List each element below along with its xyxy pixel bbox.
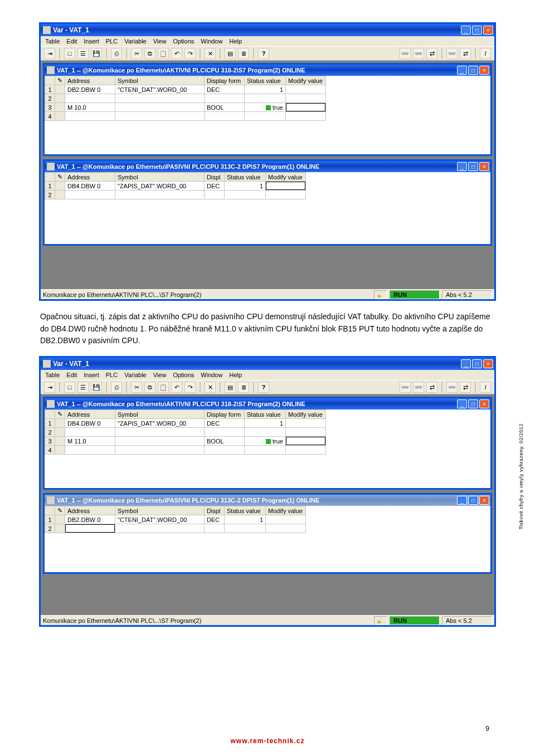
menu-options[interactable]: Options: [173, 38, 194, 45]
menu-view[interactable]: View: [153, 372, 167, 378]
child-title-text: VAT_1 -- @Komunikace po Ethernetu\AKTIVN…: [57, 401, 457, 407]
menu-window[interactable]: Window: [201, 372, 222, 378]
modify1-icon[interactable]: ⇄: [426, 382, 437, 393]
child-close-button[interactable]: ×: [479, 496, 489, 505]
open-icon[interactable]: ☰: [77, 382, 89, 393]
menu-help[interactable]: Help: [229, 38, 242, 45]
child-title-text: VAT_1 -- @Komunikace po Ethernetu\PASIVN…: [57, 163, 457, 170]
italic-icon[interactable]: I: [480, 382, 491, 393]
save-icon[interactable]: 💾: [91, 48, 102, 59]
menu-table[interactable]: Table: [45, 372, 60, 378]
monitor3-icon[interactable]: 👓: [446, 48, 458, 59]
help-icon[interactable]: ?: [258, 382, 269, 393]
redo-icon[interactable]: ↷: [184, 48, 196, 59]
menu-variable[interactable]: Variable: [124, 372, 147, 378]
monitor1-icon[interactable]: 👓: [400, 48, 411, 59]
vat-table-aktivni[interactable]: ✎ Address Symbol Display form Status val…: [45, 409, 326, 455]
child-close-button[interactable]: ×: [479, 162, 489, 171]
footer-link[interactable]: www.rem-technik.cz: [231, 737, 305, 745]
active-cell[interactable]: [65, 524, 115, 533]
menu-view[interactable]: View: [153, 38, 167, 45]
menu-variable[interactable]: Variable: [124, 38, 147, 45]
menu-insert[interactable]: Insert: [84, 38, 99, 45]
vat-table-pasivni[interactable]: ✎ Address Symbol Displ Status value Modi…: [45, 172, 306, 199]
col-symbol[interactable]: Symbol: [115, 76, 205, 85]
print-icon[interactable]: ⎙: [111, 382, 122, 393]
delete-icon[interactable]: ✕: [205, 48, 216, 59]
new-icon[interactable]: □: [64, 48, 75, 59]
child-minimize-button[interactable]: _: [457, 162, 467, 171]
monitor2-icon[interactable]: 👓: [413, 48, 424, 59]
child-maximize-button[interactable]: □: [468, 66, 478, 75]
toprow-icon[interactable]: ▤: [225, 48, 236, 59]
monitor3-icon[interactable]: 👓: [446, 382, 458, 393]
maximize-button[interactable]: □: [472, 359, 482, 368]
close-button[interactable]: ×: [483, 359, 493, 368]
insrow-icon[interactable]: ≣: [238, 48, 249, 59]
titlebar[interactable]: Var - VAT_1 _ □ ×: [41, 358, 494, 370]
pin-icon[interactable]: ⇥: [44, 382, 55, 393]
monitor1-icon[interactable]: 👓: [400, 382, 411, 393]
minimize-button[interactable]: _: [461, 359, 471, 368]
italic-icon[interactable]: I: [480, 48, 491, 59]
print-icon[interactable]: ⎙: [111, 48, 122, 59]
minimize-button[interactable]: _: [461, 26, 471, 35]
save-icon[interactable]: 💾: [91, 382, 102, 393]
cut-icon[interactable]: ✂: [131, 48, 142, 59]
child-maximize-button[interactable]: □: [468, 496, 478, 505]
menu-plc[interactable]: PLC: [106, 38, 118, 45]
paste-icon[interactable]: 📋: [158, 48, 169, 59]
undo-icon[interactable]: ↶: [171, 382, 182, 393]
cut-icon[interactable]: ✂: [131, 382, 142, 393]
paste-icon[interactable]: 📋: [158, 382, 169, 393]
menu-edit[interactable]: Edit: [66, 372, 77, 378]
child-titlebar[interactable]: VAT_1 -- @Komunikace po Ethernetu\AKTIVN…: [45, 65, 490, 76]
redo-icon[interactable]: ↷: [184, 382, 196, 393]
child-titlebar[interactable]: VAT_1 -- @Komunikace po Ethernetu\PASIVN…: [45, 161, 490, 172]
active-cell[interactable]: [266, 182, 306, 191]
maximize-button[interactable]: □: [472, 26, 482, 35]
child-titlebar[interactable]: VAT_1 -- @Komunikace po Ethernetu\AKTIVN…: [45, 398, 490, 409]
modify2-icon[interactable]: ⇄: [460, 48, 471, 59]
menu-help[interactable]: Help: [229, 372, 242, 378]
active-cell[interactable]: [286, 437, 326, 446]
col-modify[interactable]: Modify value: [286, 76, 326, 85]
menu-insert[interactable]: Insert: [84, 372, 99, 378]
menu-plc[interactable]: PLC: [106, 372, 118, 378]
toprow-icon[interactable]: ▤: [225, 382, 236, 393]
copy-icon[interactable]: ⧉: [144, 382, 155, 393]
vat-table-aktivni[interactable]: ✎ Address Symbol Display form Status val…: [45, 76, 326, 121]
monitor2-icon[interactable]: 👓: [413, 382, 424, 393]
child-maximize-button[interactable]: □: [468, 399, 478, 408]
child-titlebar-inactive[interactable]: VAT_1 -- @Komunikace po Ethernetu\PASIVN…: [45, 495, 490, 506]
col-status[interactable]: Status value: [245, 76, 286, 85]
menubar: Table Edit Insert PLC Variable View Opti…: [41, 36, 494, 46]
child-close-button[interactable]: ×: [479, 66, 489, 75]
undo-icon[interactable]: ↶: [171, 48, 182, 59]
status-run: RUN: [390, 616, 440, 625]
modify2-icon[interactable]: ⇄: [460, 382, 471, 393]
titlebar[interactable]: Var - VAT_1 _ □ ×: [41, 24, 494, 36]
child-minimize-button[interactable]: _: [457, 66, 467, 75]
col-display[interactable]: Display form: [205, 76, 245, 85]
menu-table[interactable]: Table: [45, 38, 60, 45]
help-icon[interactable]: ?: [258, 48, 269, 59]
menu-options[interactable]: Options: [173, 372, 194, 378]
pin-icon[interactable]: ⇥: [44, 48, 55, 59]
close-button[interactable]: ×: [483, 26, 493, 35]
child-close-button[interactable]: ×: [479, 399, 489, 408]
child-minimize-button[interactable]: _: [457, 496, 467, 505]
menu-edit[interactable]: Edit: [66, 38, 77, 45]
col-address[interactable]: Address: [65, 76, 115, 85]
new-icon[interactable]: □: [64, 382, 75, 393]
vat-table-pasivni[interactable]: ✎ Address Symbol Displ Status value Modi…: [45, 506, 306, 533]
modify1-icon[interactable]: ⇄: [426, 48, 437, 59]
menu-window[interactable]: Window: [201, 38, 222, 45]
insrow-icon[interactable]: ≣: [238, 382, 249, 393]
delete-icon[interactable]: ✕: [205, 382, 216, 393]
active-cell[interactable]: [286, 103, 326, 112]
copy-icon[interactable]: ⧉: [144, 48, 155, 59]
child-maximize-button[interactable]: □: [468, 162, 478, 171]
open-icon[interactable]: ☰: [77, 48, 89, 59]
child-minimize-button[interactable]: _: [457, 399, 467, 408]
